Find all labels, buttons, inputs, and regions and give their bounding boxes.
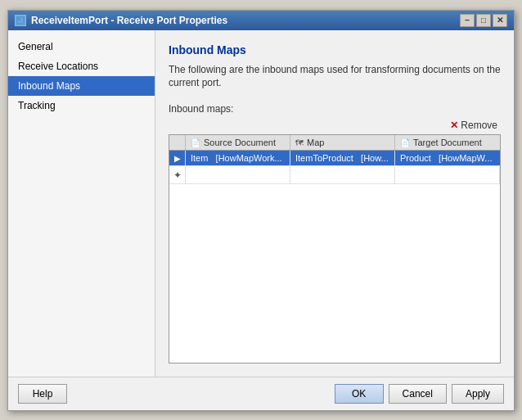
cancel-button[interactable]: Cancel (389, 384, 447, 404)
content-area: General Receive Locations Inbound Maps T… (8, 30, 514, 377)
table-header: 📄 Source Document 🗺 Map 📄 Target Documen… (169, 135, 500, 151)
target-document-cell[interactable]: Product [HowMapW... (395, 151, 500, 165)
add-cell-source (186, 166, 290, 183)
source-doc-icon: 📄 (191, 138, 200, 147)
maps-label: Inbound maps: (169, 103, 501, 115)
title-bar: ReceiveItemPort - Receive Port Propertie… (8, 11, 514, 30)
inbound-maps-table: 📄 Source Document 🗺 Map 📄 Target Documen… (169, 134, 501, 363)
header-source-document: 📄 Source Document (186, 135, 290, 150)
add-cell-map (290, 166, 395, 183)
title-bar-buttons: – □ ✕ (460, 14, 507, 27)
svg-rect-1 (18, 18, 20, 20)
apply-button[interactable]: Apply (452, 384, 504, 404)
remove-label: Remove (461, 120, 497, 131)
table-row[interactable]: ▶ Item [HowMapWork... ItemToProduct [How… (169, 151, 500, 166)
toolbar-row: ✕ Remove (169, 118, 501, 133)
close-button[interactable]: ✕ (493, 14, 507, 27)
table-body: ▶ Item [HowMapWork... ItemToProduct [How… (169, 151, 500, 298)
help-button[interactable]: Help (18, 384, 67, 404)
x-icon: ✕ (450, 120, 458, 131)
sidebar-item-general[interactable]: General (8, 37, 155, 56)
sidebar: General Receive Locations Inbound Maps T… (8, 30, 155, 377)
map-cell[interactable]: ItemToProduct [How... (290, 151, 395, 165)
footer-left: Help (18, 384, 67, 404)
target-doc-icon: 📄 (400, 138, 410, 147)
main-window: ReceiveItemPort - Receive Port Propertie… (7, 10, 515, 411)
footer-right: OK Cancel Apply (335, 384, 504, 404)
sidebar-item-inbound-maps[interactable]: Inbound Maps (8, 76, 155, 96)
row-indicator: ▶ (169, 151, 186, 165)
sidebar-item-receive-locations[interactable]: Receive Locations (8, 56, 155, 76)
maximize-button[interactable]: □ (476, 14, 491, 27)
section-description: The following are the inbound maps used … (169, 63, 501, 91)
section-title: Inbound Maps (169, 43, 501, 56)
new-row-placeholder[interactable]: ✦ (169, 166, 500, 184)
sidebar-item-tracking[interactable]: Tracking (8, 96, 155, 115)
source-document-cell[interactable]: Item [HowMapWork... (186, 151, 290, 165)
map-icon: 🗺 (295, 138, 304, 147)
header-map: 🗺 Map (290, 135, 395, 150)
ok-button[interactable]: OK (335, 384, 384, 404)
add-cell-target (395, 166, 500, 183)
header-target-document: 📄 Target Document (395, 135, 500, 150)
window-title: ReceiveItemPort - Receive Port Propertie… (31, 15, 227, 26)
row-arrow-icon: ▶ (174, 154, 181, 163)
header-indicator (169, 135, 186, 150)
main-panel: Inbound Maps The following are the inbou… (155, 30, 514, 377)
footer: Help OK Cancel Apply (8, 377, 514, 410)
add-cell-indicator: ✦ (169, 166, 186, 183)
window-icon (15, 15, 26, 26)
minimize-button[interactable]: – (460, 14, 475, 27)
remove-button[interactable]: ✕ Remove (447, 118, 501, 133)
title-bar-left: ReceiveItemPort - Receive Port Propertie… (15, 15, 227, 26)
